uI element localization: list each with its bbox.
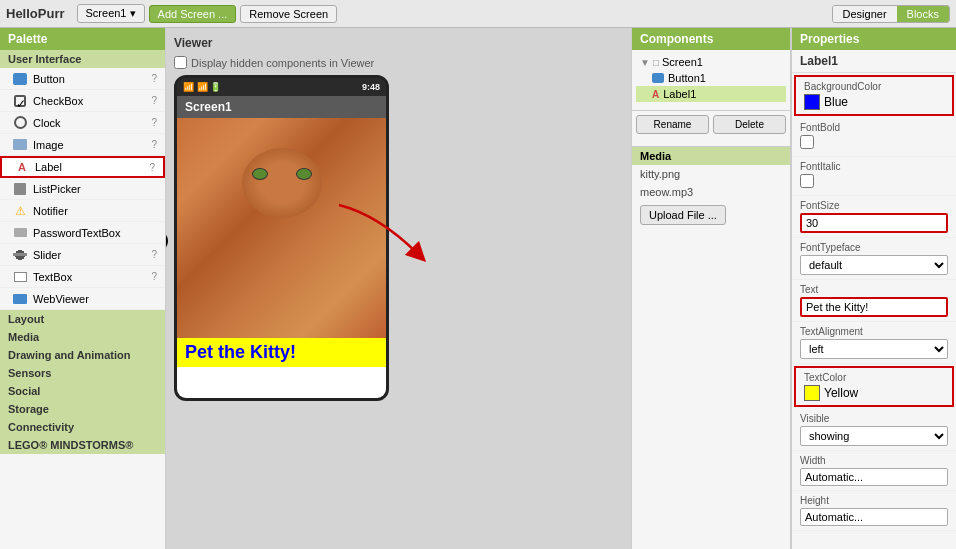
prop-label-width: Width [800,455,948,466]
section-layout[interactable]: Layout [0,310,165,328]
palette-item-label[interactable]: A Label ? [0,156,165,178]
visible-select[interactable]: showing hidden [800,426,948,446]
blocks-btn[interactable]: Blocks [897,6,949,22]
phone-frame: 📶 📶 🔋 9:48 Screen1 Pet the Kitty! [174,75,389,401]
designer-btn[interactable]: Designer [833,6,897,22]
toggle-screen1: ▼ [640,57,650,68]
palette-item-slider[interactable]: Slider ? [0,244,165,266]
cat-eye-left [252,168,268,180]
button-icon [12,71,28,87]
prop-color-row-bg: Blue [804,94,944,110]
top-bar: HelloPurr Screen1 ▾ Add Screen ... Remov… [0,0,956,28]
pet-label: Pet the Kitty! [177,338,386,367]
screen-dropdown-btn[interactable]: Screen1 ▾ [77,4,145,23]
main-layout: Palette User Interface Button ? ✓ CheckB… [0,28,956,549]
rename-btn[interactable]: Rename [636,115,709,134]
prop-label-textalignment: TextAlignment [800,326,948,337]
prop-height: Height [792,491,956,531]
help-clock[interactable]: ? [151,117,157,128]
hidden-components-label: Display hidden components in Viewer [191,57,374,69]
section-sensors[interactable]: Sensors [0,364,165,382]
textalignment-select[interactable]: left center right [800,339,948,359]
prop-label-height: Height [800,495,948,506]
textcolor-swatch[interactable] [804,385,820,401]
help-button[interactable]: ? [151,73,157,84]
backgroundcolor-value: Blue [824,95,848,109]
section-drawing[interactable]: Drawing and Animation [0,346,165,364]
pwdbox-icon [12,225,28,241]
palette-item-checkbox[interactable]: ✓ CheckBox ? [0,90,165,112]
prop-text: 2 Text [792,280,956,322]
label-icon: A [14,159,30,175]
backgroundcolor-swatch[interactable] [804,94,820,110]
prop-label-backgroundcolor: BackgroundColor [804,81,944,92]
component-tree: ▼ □ Screen1 Button1 A Label1 [632,50,790,106]
palette-item-notifier[interactable]: ⚠ Notifier [0,200,165,222]
section-connectivity[interactable]: Connectivity [0,418,165,436]
section-lego[interactable]: LEGO® MINDSTORMS® [0,436,165,454]
phone-content: Pet the Kitty! [177,118,386,398]
palette-item-textbox[interactable]: TextBox ? [0,266,165,288]
properties-title: Properties [792,28,956,50]
prop-label-fontitalic: FontItalic [800,161,948,172]
prop-label-fontsize: FontSize [800,200,948,211]
label1-icon: A [652,89,659,100]
palette-item-image[interactable]: Image ? [0,134,165,156]
comp-label1[interactable]: A Label1 [636,86,786,102]
textcolor-value: Yellow [824,386,858,400]
palette-item-webviewer[interactable]: WebViewer [0,288,165,310]
fontbold-checkbox[interactable] [800,135,814,149]
hidden-components-checkbox[interactable] [174,56,187,69]
media-section-title: Media [632,147,790,165]
comp-action-buttons: Rename Delete [632,110,790,138]
palette-title: Palette [0,28,165,50]
help-checkbox[interactable]: ? [151,95,157,106]
prop-label-fonttypeface: FontTypeface [800,242,948,253]
text-input[interactable] [800,297,948,317]
section-user-interface[interactable]: User Interface [0,50,165,68]
cat-eye-right [296,168,312,180]
section-media[interactable]: Media [0,328,165,346]
textbox-icon [12,269,28,285]
palette-item-listpicker[interactable]: ListPicker [0,178,165,200]
phone-titlebar: Screen1 [177,96,386,118]
section-storage[interactable]: Storage [0,400,165,418]
prop-fontitalic: FontItalic [792,157,956,196]
help-image[interactable]: ? [151,139,157,150]
palette-item-passwordtextbox[interactable]: PasswordTextBox [0,222,165,244]
width-input[interactable] [800,468,948,486]
media-section: Media kitty.png meow.mp3 Upload File ... [632,146,790,225]
viewer-title: Viewer [174,36,623,50]
comp-screen1[interactable]: ▼ □ Screen1 [636,54,786,70]
prop-label-text: Text [800,284,948,295]
phone-statusbar: 📶 📶 🔋 9:48 [177,78,386,96]
viewer-panel: Viewer Display hidden components in View… [166,28,631,549]
help-slider[interactable]: ? [151,249,157,260]
notifier-icon: ⚠ [12,203,28,219]
height-input[interactable] [800,508,948,526]
designer-blocks-toggle: Designer Blocks [832,5,950,23]
fonttypeface-select[interactable]: default serif sans serif monospace [800,255,948,275]
prop-visible: Visible showing hidden [792,409,956,451]
upload-btn[interactable]: Upload File ... [640,205,726,225]
delete-btn[interactable]: Delete [713,115,786,134]
fontitalic-checkbox[interactable] [800,174,814,188]
help-textbox[interactable]: ? [151,271,157,282]
add-screen-btn[interactable]: Add Screen ... [149,5,237,23]
components-title: Components [632,28,790,50]
media-item-meow: meow.mp3 [632,183,790,201]
clock-icon [12,115,28,131]
palette-item-button[interactable]: Button ? [0,68,165,90]
listpicker-icon [12,181,28,197]
palette-item-clock[interactable]: Clock ? [0,112,165,134]
section-social[interactable]: Social [0,382,165,400]
comp-button1[interactable]: Button1 [636,70,786,86]
remove-screen-btn[interactable]: Remove Screen [240,5,337,23]
help-label[interactable]: ? [149,162,155,173]
checkbox-icon: ✓ [12,93,28,109]
fontsize-input[interactable] [800,213,948,233]
hidden-components-row: Display hidden components in Viewer [174,56,623,69]
prop-backgroundcolor: BackgroundColor Blue [794,75,954,116]
prop-textcolor: 5 TextColor Yellow [794,366,954,407]
prop-width: Width [792,451,956,491]
